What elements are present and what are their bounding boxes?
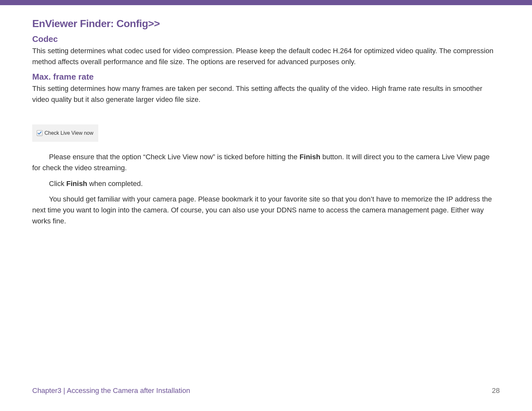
check-live-view-panel: Check Live View now bbox=[32, 124, 98, 142]
section-heading-codec: Codec bbox=[32, 34, 500, 44]
p2-pre: Click bbox=[49, 180, 66, 188]
p1-pre: Please ensure that the option “Check Liv… bbox=[49, 153, 299, 161]
section-body-max-frame-rate: This setting determines how many frames … bbox=[32, 83, 500, 105]
p1-bold: Finish bbox=[299, 153, 320, 161]
paragraph-finish-note: Please ensure that the option “Check Liv… bbox=[32, 152, 500, 173]
p2-bold: Finish bbox=[66, 180, 87, 188]
paragraph-bookmark-note: You should get familiar with your camera… bbox=[32, 194, 500, 227]
section-body-codec: This setting determines what codec used … bbox=[32, 45, 500, 67]
check-live-view-checkbox[interactable] bbox=[37, 130, 43, 136]
page-content: EnViewer Finder: Config>> Codec This set… bbox=[32, 18, 500, 227]
check-live-view-label: Check Live View now bbox=[44, 130, 93, 136]
section-heading-max-frame-rate: Max. frame rate bbox=[32, 72, 500, 82]
p2-post: when completed. bbox=[87, 180, 143, 188]
checkmark-icon bbox=[38, 131, 42, 135]
paragraph-click-finish: Click Finish when completed. bbox=[32, 178, 500, 189]
p3-text: You should get familiar with your camera… bbox=[32, 195, 492, 225]
footer-chapter-label: Chapter3 | Accessing the Camera after In… bbox=[32, 387, 190, 395]
footer-page-number: 28 bbox=[492, 387, 500, 395]
page-title: EnViewer Finder: Config>> bbox=[32, 18, 500, 30]
top-accent-bar bbox=[0, 0, 532, 5]
